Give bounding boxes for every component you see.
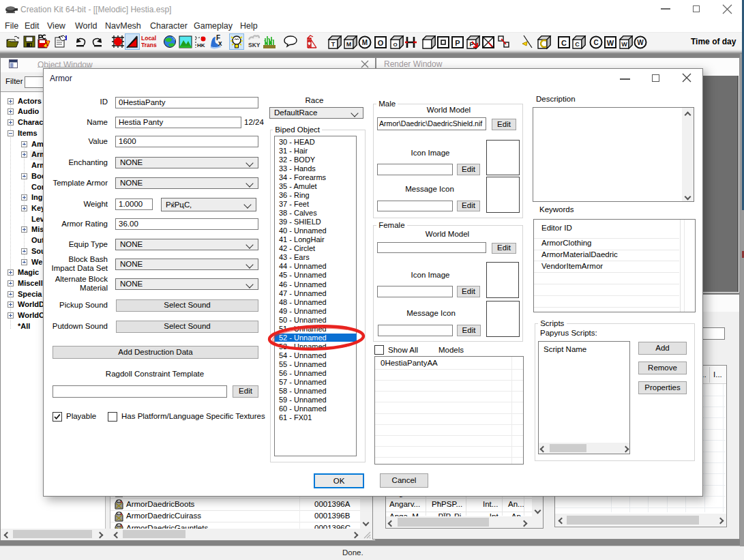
svg-text:M: M	[362, 39, 368, 46]
svg-text:O: O	[378, 39, 384, 47]
svg-text:T: T	[331, 41, 336, 48]
svg-text:W: W	[607, 39, 614, 47]
svg-text:O: O	[393, 42, 397, 48]
svg-text:C: C	[593, 39, 598, 46]
svg-text:W: W	[637, 39, 644, 46]
svg-text:x: x	[218, 40, 222, 47]
svg-text:HK: HK	[197, 42, 205, 48]
svg-text:W: W	[621, 41, 627, 48]
svg-text:Trans: Trans	[141, 42, 157, 48]
svg-text:C: C	[575, 41, 580, 48]
svg-text:Local: Local	[141, 35, 156, 42]
svg-text:C: C	[561, 39, 567, 47]
svg-text:P: P	[455, 39, 460, 47]
svg-text:M: M	[346, 41, 352, 48]
svg-text:SKY: SKY	[248, 42, 261, 48]
